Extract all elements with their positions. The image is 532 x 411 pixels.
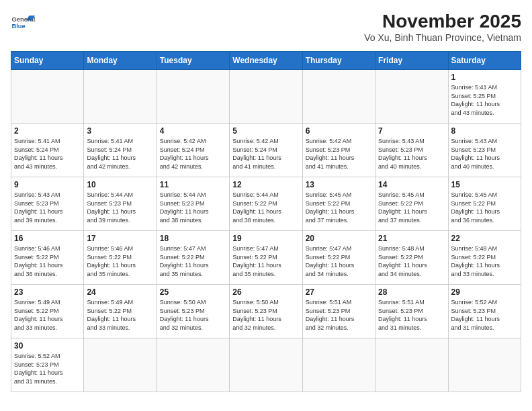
day-info: Sunrise: 5:45 AM Sunset: 5:22 PM Dayligh… — [451, 191, 518, 224]
calendar-cell: 21Sunrise: 5:48 AM Sunset: 5:22 PM Dayli… — [375, 231, 448, 285]
calendar-cell: 14Sunrise: 5:45 AM Sunset: 5:22 PM Dayli… — [375, 177, 448, 231]
calendar-cell: 18Sunrise: 5:47 AM Sunset: 5:22 PM Dayli… — [157, 231, 229, 285]
day-info: Sunrise: 5:47 AM Sunset: 5:22 PM Dayligh… — [306, 244, 372, 278]
calendar-cell: 15Sunrise: 5:45 AM Sunset: 5:22 PM Dayli… — [448, 177, 521, 231]
calendar-cell: 7Sunrise: 5:43 AM Sunset: 5:23 PM Daylig… — [375, 124, 448, 177]
day-info: Sunrise: 5:52 AM Sunset: 5:23 PM Dayligh… — [14, 352, 81, 385]
day-info: Sunrise: 5:41 AM Sunset: 5:25 PM Dayligh… — [451, 83, 518, 117]
calendar-cell: 9Sunrise: 5:43 AM Sunset: 5:23 PM Daylig… — [11, 177, 84, 231]
day-number: 10 — [87, 180, 153, 189]
day-number: 2 — [14, 126, 81, 136]
day-number: 4 — [160, 126, 226, 136]
calendar-cell: 22Sunrise: 5:48 AM Sunset: 5:22 PM Dayli… — [448, 231, 521, 285]
day-number: 11 — [160, 180, 226, 189]
day-info: Sunrise: 5:46 AM Sunset: 5:22 PM Dayligh… — [87, 244, 153, 278]
weekday-header: Thursday — [302, 52, 375, 70]
calendar-cell: 13Sunrise: 5:45 AM Sunset: 5:22 PM Dayli… — [302, 177, 375, 231]
day-number: 3 — [87, 126, 153, 136]
page-subtitle: Vo Xu, Binh Thuan Province, Vietnam — [364, 32, 521, 43]
calendar-cell: 4Sunrise: 5:42 AM Sunset: 5:24 PM Daylig… — [157, 124, 229, 177]
calendar-week-row: 30Sunrise: 5:52 AM Sunset: 5:23 PM Dayli… — [11, 338, 521, 392]
day-number: 27 — [306, 287, 372, 297]
calendar-week-row: 1Sunrise: 5:41 AM Sunset: 5:25 PM Daylig… — [11, 70, 521, 124]
day-info: Sunrise: 5:49 AM Sunset: 5:22 PM Dayligh… — [14, 298, 81, 332]
calendar-cell — [230, 70, 302, 124]
day-info: Sunrise: 5:46 AM Sunset: 5:22 PM Dayligh… — [14, 244, 81, 278]
calendar-cell: 30Sunrise: 5:52 AM Sunset: 5:23 PM Dayli… — [11, 338, 84, 392]
day-info: Sunrise: 5:43 AM Sunset: 5:23 PM Dayligh… — [14, 191, 81, 224]
weekday-header: Tuesday — [157, 52, 229, 70]
day-number: 19 — [232, 234, 299, 243]
day-info: Sunrise: 5:41 AM Sunset: 5:24 PM Dayligh… — [14, 137, 81, 171]
day-number: 7 — [378, 126, 445, 136]
calendar-cell — [375, 338, 448, 392]
day-info: Sunrise: 5:51 AM Sunset: 5:23 PM Dayligh… — [306, 298, 372, 332]
day-number: 29 — [451, 287, 518, 297]
calendar-cell — [302, 70, 375, 124]
day-number: 15 — [451, 180, 518, 189]
day-number: 1 — [451, 73, 518, 82]
day-number: 22 — [451, 234, 518, 243]
calendar-week-row: 23Sunrise: 5:49 AM Sunset: 5:22 PM Dayli… — [11, 285, 521, 338]
calendar-cell: 29Sunrise: 5:52 AM Sunset: 5:23 PM Dayli… — [448, 285, 521, 338]
logo-icon: General Blue — [11, 11, 35, 35]
weekday-header: Sunday — [11, 52, 84, 70]
calendar-header-row: SundayMondayTuesdayWednesdayThursdayFrid… — [11, 52, 521, 70]
calendar: SundayMondayTuesdayWednesdayThursdayFrid… — [11, 51, 521, 392]
day-number: 17 — [87, 234, 153, 243]
calendar-cell: 3Sunrise: 5:41 AM Sunset: 5:24 PM Daylig… — [84, 124, 157, 177]
calendar-week-row: 16Sunrise: 5:46 AM Sunset: 5:22 PM Dayli… — [11, 231, 521, 285]
svg-text:Blue: Blue — [11, 23, 25, 30]
day-number: 8 — [451, 126, 518, 136]
calendar-cell — [157, 70, 229, 124]
day-number: 26 — [232, 287, 299, 297]
day-number: 6 — [306, 126, 372, 136]
calendar-cell — [375, 70, 448, 124]
day-info: Sunrise: 5:48 AM Sunset: 5:22 PM Dayligh… — [378, 244, 445, 278]
calendar-cell: 5Sunrise: 5:42 AM Sunset: 5:24 PM Daylig… — [230, 124, 302, 177]
calendar-cell: 19Sunrise: 5:47 AM Sunset: 5:22 PM Dayli… — [230, 231, 302, 285]
calendar-cell: 2Sunrise: 5:41 AM Sunset: 5:24 PM Daylig… — [11, 124, 84, 177]
day-number: 24 — [87, 287, 153, 297]
day-info: Sunrise: 5:50 AM Sunset: 5:23 PM Dayligh… — [232, 298, 299, 332]
calendar-cell: 17Sunrise: 5:46 AM Sunset: 5:22 PM Dayli… — [84, 231, 157, 285]
calendar-cell: 12Sunrise: 5:44 AM Sunset: 5:22 PM Dayli… — [230, 177, 302, 231]
weekday-header: Saturday — [448, 52, 521, 70]
day-number: 13 — [306, 180, 372, 189]
calendar-cell: 23Sunrise: 5:49 AM Sunset: 5:22 PM Dayli… — [11, 285, 84, 338]
calendar-cell — [11, 70, 84, 124]
calendar-cell: 16Sunrise: 5:46 AM Sunset: 5:22 PM Dayli… — [11, 231, 84, 285]
day-number: 23 — [14, 287, 81, 297]
day-info: Sunrise: 5:47 AM Sunset: 5:22 PM Dayligh… — [232, 244, 299, 278]
weekday-header: Monday — [84, 52, 157, 70]
day-info: Sunrise: 5:52 AM Sunset: 5:23 PM Dayligh… — [451, 298, 518, 332]
calendar-cell: 25Sunrise: 5:50 AM Sunset: 5:23 PM Dayli… — [157, 285, 229, 338]
calendar-cell — [84, 70, 157, 124]
calendar-cell: 26Sunrise: 5:50 AM Sunset: 5:23 PM Dayli… — [230, 285, 302, 338]
calendar-cell: 6Sunrise: 5:42 AM Sunset: 5:23 PM Daylig… — [302, 124, 375, 177]
day-info: Sunrise: 5:44 AM Sunset: 5:22 PM Dayligh… — [232, 191, 299, 224]
calendar-cell: 11Sunrise: 5:44 AM Sunset: 5:23 PM Dayli… — [157, 177, 229, 231]
day-info: Sunrise: 5:43 AM Sunset: 5:23 PM Dayligh… — [378, 137, 445, 171]
day-number: 21 — [378, 234, 445, 243]
day-number: 20 — [306, 234, 372, 243]
day-info: Sunrise: 5:45 AM Sunset: 5:22 PM Dayligh… — [378, 191, 445, 224]
day-number: 5 — [232, 126, 299, 136]
day-info: Sunrise: 5:44 AM Sunset: 5:23 PM Dayligh… — [160, 191, 226, 224]
calendar-cell: 24Sunrise: 5:49 AM Sunset: 5:22 PM Dayli… — [84, 285, 157, 338]
calendar-week-row: 2Sunrise: 5:41 AM Sunset: 5:24 PM Daylig… — [11, 124, 521, 177]
day-number: 30 — [14, 341, 81, 351]
title-area: November 2025 Vo Xu, Binh Thuan Province… — [364, 11, 521, 43]
day-info: Sunrise: 5:42 AM Sunset: 5:24 PM Dayligh… — [160, 137, 226, 171]
day-info: Sunrise: 5:48 AM Sunset: 5:22 PM Dayligh… — [451, 244, 518, 278]
page-title: November 2025 — [364, 11, 521, 32]
day-info: Sunrise: 5:41 AM Sunset: 5:24 PM Dayligh… — [87, 137, 153, 171]
calendar-cell: 10Sunrise: 5:44 AM Sunset: 5:23 PM Dayli… — [84, 177, 157, 231]
calendar-cell: 1Sunrise: 5:41 AM Sunset: 5:25 PM Daylig… — [448, 70, 521, 124]
calendar-cell — [84, 338, 157, 392]
day-info: Sunrise: 5:51 AM Sunset: 5:23 PM Dayligh… — [378, 298, 445, 332]
weekday-header: Friday — [375, 52, 448, 70]
day-number: 9 — [14, 180, 81, 189]
day-info: Sunrise: 5:42 AM Sunset: 5:23 PM Dayligh… — [306, 137, 372, 171]
calendar-cell — [448, 338, 521, 392]
